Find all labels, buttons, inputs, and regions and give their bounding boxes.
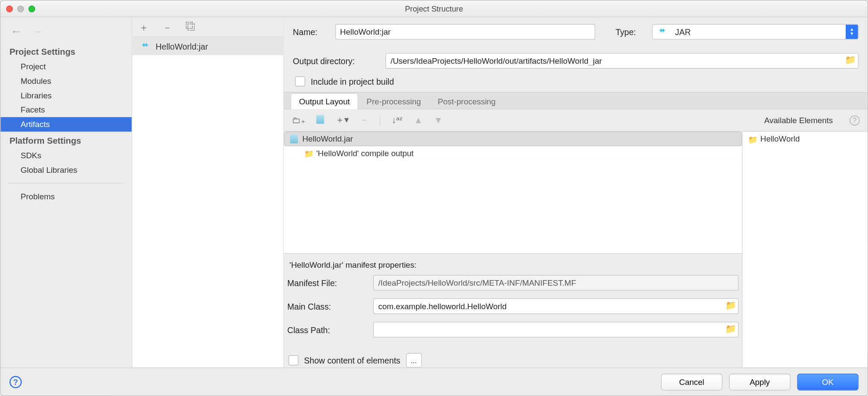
section-platform-settings: Platform Settings bbox=[0, 132, 132, 148]
available-element-label: HelloWorld bbox=[760, 134, 800, 143]
artifact-list-item-label: HelloWorld:jar bbox=[155, 41, 208, 51]
output-dir-input[interactable] bbox=[385, 53, 858, 69]
available-elements-panel: 📁 HelloWorld bbox=[742, 132, 868, 368]
window-controls bbox=[6, 5, 35, 12]
sort-icon[interactable]: ↓ᵃᶻ bbox=[392, 115, 403, 126]
sidebar-item-problems[interactable]: Problems bbox=[0, 189, 132, 204]
remove-item-icon: － bbox=[360, 114, 369, 126]
manifest-file-label: Manifest File: bbox=[287, 278, 366, 287]
main-class-label: Main Class: bbox=[287, 301, 366, 311]
back-icon[interactable]: ← bbox=[11, 25, 22, 38]
include-in-build-label: Include in project build bbox=[311, 77, 394, 86]
available-help-icon[interactable]: ? bbox=[850, 115, 860, 125]
class-path-input[interactable] bbox=[373, 322, 739, 338]
sidebar-item-sdks[interactable]: SDKs bbox=[0, 148, 132, 163]
main-class-input[interactable] bbox=[373, 298, 739, 314]
titlebar[interactable]: Project Structure bbox=[0, 0, 867, 17]
sidebar-item-artifacts[interactable]: Artifacts bbox=[0, 117, 132, 132]
artifact-list-panel: ＋ － ⿻ HelloWorld:jar bbox=[132, 17, 284, 367]
show-content-more-button[interactable]: ... bbox=[406, 353, 422, 368]
section-project-settings: Project Settings bbox=[0, 42, 132, 59]
dialog-footer: ? Cancel Apply OK bbox=[0, 367, 867, 395]
add-artifact-icon[interactable]: ＋ bbox=[139, 21, 149, 34]
dropdown-arrows-icon: ▲▼ bbox=[846, 24, 858, 39]
manifest-file-input[interactable] bbox=[373, 275, 739, 291]
output-layout-toolbar: 🗀₊ ＋▾ － ↓ᵃᶻ ▲ ▼ Available Elements ? bbox=[284, 109, 868, 132]
class-path-label: Class Path: bbox=[287, 325, 366, 334]
type-select[interactable]: JAR ▲▼ bbox=[652, 24, 859, 40]
include-in-build-checkbox[interactable] bbox=[295, 77, 305, 86]
sidebar-item-modules[interactable]: Modules bbox=[0, 74, 132, 88]
type-value: JAR bbox=[675, 27, 691, 36]
browse-main-class-icon[interactable]: 📁 bbox=[723, 298, 739, 312]
help-button[interactable]: ? bbox=[9, 375, 22, 388]
close-window-icon[interactable] bbox=[6, 5, 13, 12]
output-tree-child[interactable]: 📁 'HelloWorld' compile output bbox=[284, 146, 742, 161]
forward-icon: → bbox=[32, 25, 43, 38]
minimize-window-icon bbox=[17, 5, 24, 12]
cancel-button[interactable]: Cancel bbox=[661, 373, 723, 390]
remove-artifact-icon[interactable]: － bbox=[162, 21, 173, 34]
name-label: Name: bbox=[293, 27, 326, 36]
artifact-detail-panel: Name: Type: JAR ▲▼ Output directory: 📁 bbox=[284, 17, 868, 367]
sidebar-item-libraries[interactable]: Libraries bbox=[0, 88, 132, 103]
artifact-list-toolbar: ＋ － ⿻ bbox=[132, 17, 284, 37]
category-sidebar: ← → Project Settings Project Modules Lib… bbox=[0, 17, 132, 367]
output-tree-child-label: 'HelloWorld' compile output bbox=[316, 149, 413, 158]
show-content-label: Show content of elements bbox=[304, 355, 400, 365]
maximize-window-icon[interactable] bbox=[29, 5, 35, 12]
new-archive-icon[interactable] bbox=[316, 115, 324, 126]
manifest-title: 'HelloWorld.jar' manifest properties: bbox=[287, 260, 739, 275]
sidebar-item-project[interactable]: Project bbox=[0, 59, 132, 74]
module-output-icon: 📁 bbox=[304, 150, 312, 157]
sidebar-item-facets[interactable]: Facets bbox=[0, 103, 132, 117]
output-tree-root[interactable]: HelloWorld.jar bbox=[284, 132, 742, 146]
show-content-checkbox[interactable] bbox=[288, 355, 299, 365]
type-label: Type: bbox=[616, 27, 643, 36]
output-dir-label: Output directory: bbox=[293, 56, 377, 65]
available-elements-label: Available Elements bbox=[764, 116, 833, 125]
move-down-icon: ▼ bbox=[434, 115, 443, 125]
tab-output-layout[interactable]: Output Layout bbox=[290, 93, 358, 109]
artifact-list-item[interactable]: HelloWorld:jar bbox=[132, 37, 284, 55]
apply-button[interactable]: Apply bbox=[729, 373, 791, 390]
tab-post-processing[interactable]: Post-processing bbox=[429, 93, 504, 109]
sidebar-item-global-libraries[interactable]: Global Libraries bbox=[0, 163, 132, 177]
project-structure-window: Project Structure ← → Project Settings P… bbox=[0, 0, 868, 396]
output-tree-root-label: HelloWorld.jar bbox=[302, 134, 353, 143]
available-element-item[interactable]: 📁 HelloWorld bbox=[742, 132, 868, 146]
move-up-icon: ▲ bbox=[414, 115, 423, 125]
new-folder-icon[interactable]: 🗀₊ bbox=[292, 115, 305, 126]
artifact-tabs: Output Layout Pre-processing Post-proces… bbox=[284, 92, 868, 109]
ok-button[interactable]: OK bbox=[797, 373, 859, 390]
toolbar-separator bbox=[380, 115, 380, 126]
name-input[interactable] bbox=[335, 24, 595, 40]
browse-output-dir-icon[interactable]: 📁 bbox=[843, 53, 859, 66]
manifest-panel: 'HelloWorld.jar' manifest properties: Ma… bbox=[284, 253, 742, 344]
copy-artifact-icon[interactable]: ⿻ bbox=[186, 21, 196, 33]
tab-pre-processing[interactable]: Pre-processing bbox=[358, 93, 430, 109]
module-icon: 📁 bbox=[748, 135, 756, 143]
window-title: Project Structure bbox=[0, 4, 867, 13]
artifact-icon bbox=[141, 42, 150, 51]
browse-class-path-icon[interactable]: 📁 bbox=[723, 322, 739, 335]
sidebar-separator bbox=[9, 183, 124, 183]
jar-type-icon bbox=[658, 27, 667, 36]
add-copy-icon[interactable]: ＋▾ bbox=[335, 114, 349, 126]
jar-file-icon bbox=[290, 134, 298, 143]
